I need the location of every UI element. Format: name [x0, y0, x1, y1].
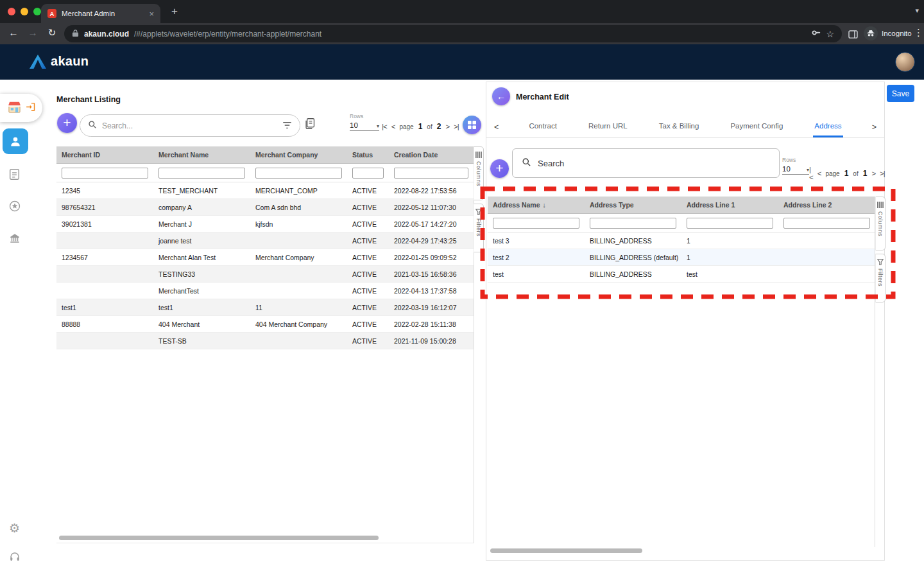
- next-page-button[interactable]: >: [445, 123, 449, 130]
- storefront-icon: [7, 100, 22, 116]
- rows-label: Rows: [350, 113, 379, 119]
- card-view-icon[interactable]: [304, 118, 315, 132]
- add-address-button[interactable]: +: [490, 159, 509, 178]
- merchant-row[interactable]: 12345 TEST_MERCHANT MERCHANT_COMP ACTIVE…: [56, 182, 474, 199]
- filter-funnel-icon: [877, 259, 884, 265]
- back-button[interactable]: ←: [6, 27, 21, 38]
- tab-close-icon[interactable]: ×: [149, 9, 154, 19]
- merchant-row[interactable]: TEST-SB ACTIVE 2021-11-09 15:00:28: [56, 333, 474, 349]
- column-header-merchant-id[interactable]: Merchant ID: [56, 151, 153, 159]
- tab-tax-billing[interactable]: Tax & Billing: [658, 116, 701, 137]
- new-tab-button[interactable]: +: [167, 4, 182, 19]
- first-page-button[interactable]: |<: [382, 123, 387, 130]
- merchant-search-field[interactable]: [80, 114, 300, 137]
- merchant-row[interactable]: 987654321 company A Com A sdn bhd ACTIVE…: [56, 199, 474, 216]
- tab-return-url[interactable]: Return URL: [587, 116, 629, 137]
- column-header-creation-date[interactable]: Creation Date: [389, 151, 474, 159]
- reload-button[interactable]: ↻: [45, 27, 59, 39]
- table-cell: test: [681, 270, 778, 278]
- tabs-scroll-left-icon[interactable]: <: [494, 116, 499, 137]
- column-filter-input[interactable]: [394, 168, 468, 179]
- incognito-badge[interactable]: Incognito: [864, 26, 912, 40]
- bookmark-star-icon[interactable]: ☆: [826, 29, 834, 39]
- tab-contract[interactable]: Contract: [527, 116, 558, 137]
- table-cell: 404 Merchant: [153, 320, 250, 328]
- apps-grid-button[interactable]: [463, 116, 481, 134]
- address-row[interactable]: test BILLING_ADDRESS test: [488, 266, 875, 283]
- address-bar[interactable]: akaun.cloud /#/applets/wavelet/erp/entit…: [64, 25, 842, 42]
- table-cell: 1: [681, 237, 778, 245]
- prev-page-button[interactable]: <: [817, 170, 821, 177]
- search-input[interactable]: [538, 159, 770, 168]
- address-row[interactable]: test 3 BILLING_ADDRESS 1: [488, 232, 875, 249]
- search-input[interactable]: [102, 121, 277, 130]
- column-header-status[interactable]: Status: [347, 151, 389, 159]
- settings-gear-icon[interactable]: ⚙: [9, 522, 20, 534]
- tab-address[interactable]: Address: [813, 116, 843, 137]
- column-filter-input[interactable]: [158, 168, 245, 179]
- passwords-key-icon[interactable]: [812, 28, 821, 40]
- columns-side-tab[interactable]: Columns: [875, 197, 886, 250]
- prev-page-button[interactable]: <: [391, 123, 395, 130]
- column-filter-input[interactable]: [62, 168, 148, 179]
- forward-button[interactable]: →: [26, 27, 40, 38]
- tab-search-chevron-icon[interactable]: ▾: [915, 6, 919, 15]
- side-panel-icon[interactable]: [848, 30, 858, 41]
- rows-per-page-select[interactable]: Rows 10▾: [782, 157, 809, 175]
- table-cell: test 3: [488, 237, 585, 245]
- columns-side-tab[interactable]: Columns: [474, 146, 484, 200]
- back-button-edit[interactable]: ←: [492, 87, 510, 105]
- last-page-button[interactable]: >|: [454, 123, 459, 130]
- sidebar-item-favorites[interactable]: [9, 200, 21, 215]
- column-header-address-name[interactable]: Address Name↓: [488, 201, 585, 209]
- column-header-address-line-2[interactable]: Address Line 2: [778, 201, 875, 209]
- address-search-field[interactable]: [512, 148, 780, 178]
- browser-tab[interactable]: A Merchant Admin ×: [41, 4, 160, 23]
- column-filter-input[interactable]: [783, 218, 870, 229]
- column-filter-input[interactable]: [687, 218, 773, 229]
- next-page-button[interactable]: >: [871, 170, 875, 177]
- support-headset-icon[interactable]: [9, 551, 21, 565]
- last-page-button[interactable]: >|: [880, 170, 885, 177]
- close-window-button[interactable]: [8, 8, 15, 15]
- tab-payment-config[interactable]: Payment Config: [729, 116, 784, 137]
- horizontal-scrollbar[interactable]: [490, 548, 642, 553]
- merchant-row[interactable]: 1234567 Merchant Alan Test Merchant Comp…: [56, 249, 474, 266]
- column-filter-input[interactable]: [255, 168, 342, 179]
- table-cell: 2022-04-29 17:43:25: [389, 237, 474, 245]
- merchant-row[interactable]: 39021381 Merchant J kjfsdn ACTIVE 2022-0…: [56, 216, 474, 232]
- sidebar-item-organization[interactable]: [9, 232, 21, 247]
- search-icon: [522, 157, 531, 170]
- sidebar-item-merchant-applet[interactable]: [0, 94, 42, 122]
- rows-per-page-select[interactable]: Rows 10▾: [350, 113, 379, 131]
- column-filter-input[interactable]: [590, 218, 676, 229]
- minimize-window-button[interactable]: [21, 8, 28, 15]
- address-row[interactable]: test 2 BILLING_ADDRESS (default) 1: [488, 249, 875, 266]
- tab-title: Merchant Admin: [62, 10, 144, 17]
- column-header-address-type[interactable]: Address Type: [585, 201, 681, 209]
- merchant-row[interactable]: joanne test ACTIVE 2022-04-29 17:43:25: [56, 232, 474, 249]
- tabs-scroll-right-icon[interactable]: >: [872, 116, 877, 137]
- sidebar-item-entity-active[interactable]: [3, 128, 28, 154]
- column-header-merchant-company[interactable]: Merchant Company: [250, 151, 347, 159]
- column-filter-input[interactable]: [352, 168, 384, 179]
- merchant-row[interactable]: 88888 404 Merchant 404 Merchant Company …: [56, 316, 474, 333]
- lock-icon[interactable]: [72, 28, 79, 40]
- user-avatar[interactable]: [895, 52, 915, 72]
- add-merchant-button[interactable]: +: [57, 113, 77, 133]
- first-page-button[interactable]: |<: [809, 166, 813, 181]
- merchant-row[interactable]: TESTING33 ACTIVE 2021-03-15 16:58:36: [56, 266, 474, 283]
- filter-list-icon[interactable]: [282, 120, 292, 132]
- merchant-row[interactable]: test1 test1 11 ACTIVE 2022-03-19 16:12:0…: [56, 299, 474, 316]
- column-header-address-line-1[interactable]: Address Line 1: [681, 201, 778, 209]
- column-filter-input[interactable]: [493, 218, 579, 229]
- save-button[interactable]: Save: [887, 85, 914, 102]
- merchant-row[interactable]: MerchantTest ACTIVE 2022-04-13 17:37:58: [56, 283, 474, 299]
- browser-menu-icon[interactable]: ⋮: [914, 27, 923, 39]
- sidebar-item-forms[interactable]: [9, 168, 20, 183]
- zoom-window-button[interactable]: [33, 8, 41, 15]
- filters-side-tab[interactable]: Filters: [875, 254, 886, 302]
- column-header-merchant-name[interactable]: Merchant Name: [153, 151, 250, 159]
- filters-side-tab[interactable]: Filters: [474, 204, 484, 252]
- horizontal-scrollbar[interactable]: [59, 536, 379, 540]
